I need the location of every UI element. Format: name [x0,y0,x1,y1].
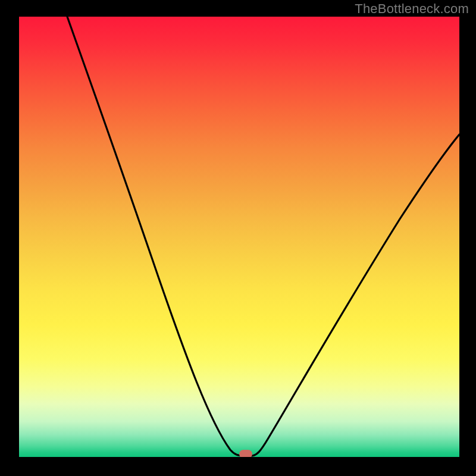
chart-frame: TheBottleneck.com [0,0,476,476]
curve-path [67,17,459,456]
watermark-text: TheBottleneck.com [355,1,469,17]
plot-area [19,17,459,457]
bottleneck-curve [19,17,459,457]
optimal-point-marker [239,450,252,457]
